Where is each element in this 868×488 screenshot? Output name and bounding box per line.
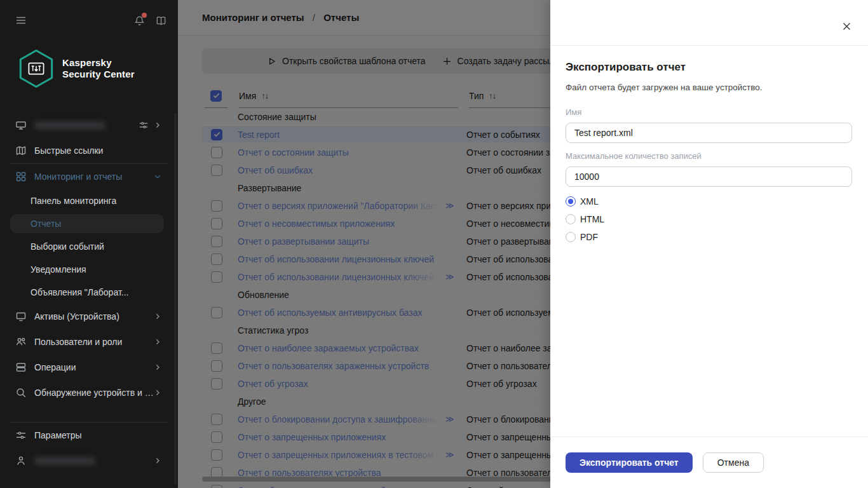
help-book-icon[interactable] (156, 15, 166, 26)
report-link[interactable]: Отчет о несовместимых приложениях (238, 219, 395, 229)
row-checkbox[interactable] (211, 165, 222, 176)
row-checkbox[interactable] (211, 485, 222, 488)
row-checkbox[interactable] (211, 431, 222, 443)
panel-description: Файл отчета будет загружен на ваше устро… (566, 83, 852, 92)
sidebar-subitem-2[interactable]: Выборки событий (10, 235, 164, 258)
report-link[interactable]: Сводный отчет о типах приложений (238, 485, 386, 488)
report-name-cell: Отчет о блокировании доступа к зашифрова… (238, 414, 466, 424)
close-icon[interactable] (841, 21, 851, 31)
sidebar-item-account[interactable] (0, 448, 178, 473)
row-checkbox[interactable] (211, 236, 222, 247)
truncation-chevrons-icon[interactable]: ≫ (445, 272, 454, 281)
report-name-cell: Test report (238, 130, 466, 140)
sidebar-item-assets[interactable]: Активы (Устройства) (0, 304, 178, 329)
sidebar-item-quick-links-label: Быстрые ссылки (34, 146, 161, 156)
format-radio-xml[interactable]: XML (566, 193, 852, 210)
sidebar-item-quick-links[interactable]: Быстрые ссылки (0, 138, 178, 163)
row-checkbox[interactable] (211, 271, 222, 283)
menu-icon[interactable] (15, 15, 27, 26)
sidebar-item-discovery[interactable]: Обнаружение устройств и … (0, 380, 178, 405)
export-report-button[interactable]: Экспортировать отчет (566, 452, 693, 473)
report-name-cell: Отчет об использовании лицензионных ключ… (238, 272, 466, 282)
report-name-cell: Отчет об используемых антивирусных базах (238, 308, 466, 318)
sidebar-item-monitoring[interactable]: Мониторинг и отчеты (0, 164, 178, 189)
sidebar-item-users[interactable]: Пользователи и роли (0, 329, 178, 355)
report-name-cell: Отчет об использовании лицензионных ключ… (238, 254, 466, 264)
report-link[interactable]: Отчет об используемых антивирусных базах (238, 308, 422, 318)
report-link[interactable]: Отчет о запрещенных приложениях (238, 432, 386, 442)
row-checkbox[interactable] (211, 254, 222, 265)
sidebar-subitem-reports[interactable]: Отчеты (10, 214, 164, 233)
row-checkbox[interactable] (211, 218, 222, 229)
format-radio-pdf[interactable]: PDF (566, 228, 852, 246)
row-checkbox[interactable] (211, 129, 222, 140)
blurred-label (34, 122, 105, 129)
report-link[interactable]: Отчет о блокировании доступа к зашифрова… (238, 414, 442, 424)
sidebar-subitem-0[interactable]: Панель мониторинга (10, 189, 164, 212)
row-checkbox[interactable] (211, 449, 222, 461)
row-checkbox-cell (202, 449, 238, 461)
column-header-name[interactable]: Имя↑↓ (239, 84, 458, 108)
trailing-icons (154, 389, 161, 396)
chevron-right-icon (154, 363, 161, 371)
report-link[interactable]: Отчет о развертывании защиты (238, 236, 369, 247)
format-radio-html[interactable]: HTML (566, 210, 852, 228)
report-link[interactable]: Отчет об использовании лицензионных ключ… (238, 272, 442, 282)
sort-icon[interactable]: ↑↓ (261, 91, 268, 100)
report-link[interactable]: Отчет о пользователях зараженных устройс… (238, 361, 429, 371)
report-link[interactable]: Отчет об ошибках (238, 165, 313, 175)
radio-circle-icon[interactable] (566, 214, 576, 224)
row-checkbox[interactable] (211, 342, 222, 354)
truncation-chevrons-icon[interactable]: ≫ (445, 450, 454, 459)
sidebar-scrollbar[interactable] (174, 113, 177, 484)
group-label: Развертывание (238, 183, 466, 193)
sidebar-item-settings[interactable]: Параметры (0, 423, 178, 448)
trailing-icons (139, 120, 161, 130)
truncation-chevrons-icon[interactable]: ≫ (445, 201, 454, 210)
truncation-chevrons-icon[interactable]: ≫ (445, 414, 454, 424)
radio-circle-icon[interactable] (566, 196, 576, 207)
row-checkbox[interactable] (211, 307, 222, 318)
sliders-icon (15, 430, 27, 441)
report-link[interactable]: Отчет о запрещенных приложениях в тестов… (238, 450, 442, 460)
cancel-button[interactable]: Отмена (703, 452, 764, 473)
users-icon (15, 336, 27, 348)
trailing-icons (154, 457, 161, 464)
sidebar-item-users-label: Пользователи и роли (34, 337, 154, 347)
open-report-template-button[interactable]: Открыть свойства шаблона отчета (267, 56, 426, 66)
search-icon (15, 387, 27, 398)
max-records-field-label: Максимальное количество записей (566, 151, 852, 161)
report-link[interactable]: Отчет об использовании лицензионных ключ… (238, 254, 434, 264)
report-link[interactable]: Отчет о версиях приложений "Лаборатории … (238, 201, 442, 211)
row-checkbox[interactable] (211, 378, 222, 390)
sidebar: Kaspersky Security Center Быстрые ссылки… (0, 0, 178, 488)
report-link[interactable]: Test report (238, 130, 280, 140)
row-checkbox-cell (202, 414, 238, 425)
dashboard-icon (15, 171, 27, 182)
select-all-cell (205, 84, 227, 108)
sort-icon[interactable]: ↑↓ (489, 91, 496, 100)
row-checkbox[interactable] (211, 200, 222, 212)
row-checkbox[interactable] (211, 360, 222, 372)
row-checkbox[interactable] (211, 147, 222, 158)
server-icon (15, 119, 27, 131)
breadcrumb-monitoring[interactable]: Мониторинг и отчеты (202, 12, 304, 23)
name-field[interactable] (566, 123, 852, 143)
sidebar-item-server[interactable] (0, 112, 178, 138)
sidebar-subitem-3[interactable]: Уведомления (10, 258, 164, 281)
row-checkbox-cell (202, 236, 238, 247)
user-icon (15, 455, 27, 466)
row-checkbox-cell (202, 165, 238, 176)
report-link[interactable]: Отчет о наиболее заражаемых устройствах (238, 343, 419, 353)
kaspersky-hexagon-icon (18, 49, 55, 88)
sidebar-item-operations[interactable]: Операции (0, 355, 178, 380)
radio-circle-icon[interactable] (566, 232, 576, 242)
sidebar-topbar (0, 0, 178, 41)
notifications-bell-icon[interactable] (134, 15, 145, 26)
row-checkbox[interactable] (211, 414, 222, 425)
max-records-field[interactable] (566, 166, 852, 187)
sidebar-subitem-4[interactable]: Объявления "Лаборат... (10, 281, 164, 304)
select-all-checkbox[interactable] (210, 90, 222, 102)
report-link[interactable]: Отчет об угрозах (238, 379, 308, 389)
report-link[interactable]: Отчет о состоянии защиты (238, 147, 349, 158)
